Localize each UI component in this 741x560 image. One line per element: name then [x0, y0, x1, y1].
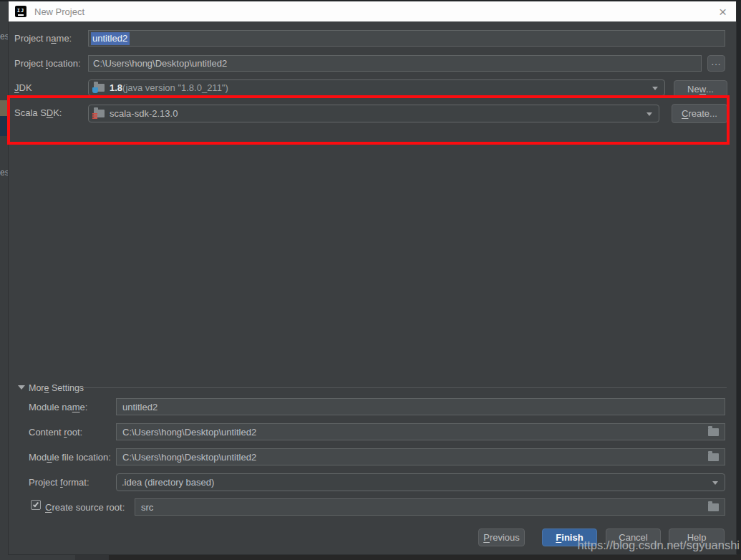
checkmark-icon — [33, 501, 39, 508]
module-name-label: Module name: — [29, 401, 87, 413]
jdk-folder-icon — [94, 84, 105, 92]
module-file-location-input[interactable]: C:\Users\hong\Desktop\untitled2 — [116, 448, 725, 465]
background-left-strip: es es — [0, 0, 9, 554]
collapse-arrow-icon[interactable] — [18, 385, 25, 390]
project-location-value: C:\Users\hong\Desktop\untitled2 — [93, 58, 227, 69]
jdk-value: 1.8 — [110, 82, 122, 93]
watermark: https://blog.csdn.net/sgyuanshi — [577, 539, 740, 552]
background-tan-block — [0, 100, 7, 116]
project-format-label: Project format: — [29, 476, 89, 488]
chevron-down-icon — [712, 481, 718, 485]
project-format-select[interactable]: .idea (directory based) — [116, 473, 725, 491]
more-settings-header[interactable]: More Settings — [29, 382, 84, 395]
browse-button[interactable]: ... — [707, 55, 725, 72]
source-root-input[interactable]: src — [135, 498, 725, 516]
content-root-input[interactable]: C:\Users\hong\Desktop\untitled2 — [116, 423, 725, 440]
selected-text: untitled2 — [91, 32, 130, 45]
background-right-strip — [736, 0, 741, 560]
module-name-value: untitled2 — [122, 402, 158, 412]
chevron-down-icon — [652, 87, 658, 90]
folder-icon[interactable] — [708, 503, 719, 511]
module-file-location-label: Module file location: — [29, 451, 111, 463]
project-name-input[interactable]: untitled2 — [88, 30, 725, 47]
close-icon[interactable]: × — [716, 5, 730, 19]
background-bottom-strip — [109, 554, 741, 560]
background-text-fragment: es — [0, 32, 9, 42]
jdk-value-detail: (java version "1.8.0_211") — [122, 82, 228, 93]
background-text-fragment: es — [0, 168, 9, 178]
folder-icon[interactable] — [708, 453, 719, 461]
new-project-dialog: IJ New Project × Project name: untitled2… — [9, 1, 736, 554]
section-separator — [80, 387, 727, 388]
desktop-background: es es IJ New Project × Project name: unt… — [0, 0, 741, 560]
source-root-value: src — [141, 502, 153, 513]
intellij-logo-icon: IJ — [15, 6, 26, 17]
background-bottom-strip — [0, 554, 75, 560]
content-root-value: C:\Users\hong\Desktop\untitled2 — [122, 427, 256, 438]
jdk-label: JDK — [14, 82, 32, 94]
create-source-root-label: Create source root: — [45, 501, 125, 513]
create-source-root-checkbox[interactable] — [31, 500, 41, 510]
dialog-title: New Project — [34, 6, 84, 17]
annotation-red-box — [7, 95, 730, 145]
jdk-select[interactable]: 1.8 (java version "1.8.0_211") — [88, 79, 665, 96]
project-name-label: Project name: — [14, 32, 72, 44]
content-root-label: Content root: — [29, 426, 82, 438]
dialog-titlebar[interactable]: IJ New Project × — [9, 1, 736, 21]
background-navy-block — [0, 116, 7, 136]
folder-icon[interactable] — [708, 428, 719, 436]
module-name-input[interactable]: untitled2 — [116, 398, 725, 415]
project-location-label: Project location: — [14, 57, 81, 69]
ellipsis-icon: ... — [712, 57, 722, 67]
background-bottom-strip — [75, 554, 109, 560]
module-file-location-value: C:\Users\hong\Desktop\untitled2 — [122, 452, 256, 463]
project-location-input[interactable]: C:\Users\hong\Desktop\untitled2 — [88, 55, 702, 72]
project-format-value: .idea (directory based) — [122, 477, 214, 488]
previous-button[interactable]: Previous — [478, 528, 525, 546]
